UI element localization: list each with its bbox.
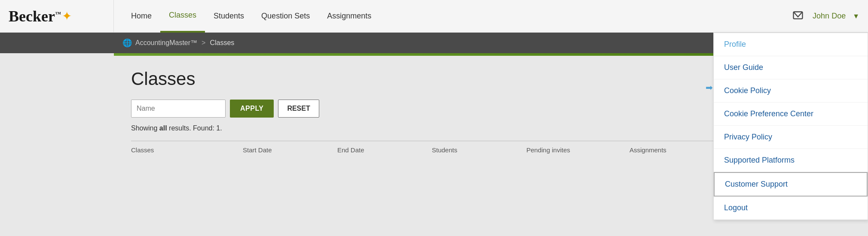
dropdown-item-profile[interactable]: Profile xyxy=(714,33,868,56)
nav-item-students[interactable]: Students xyxy=(205,0,253,33)
col-header-students: Students xyxy=(432,146,526,154)
reset-button[interactable]: RESET xyxy=(278,100,319,118)
globe-icon: 🌐 xyxy=(122,38,132,48)
header: Becker™ ✦ Home Classes Students Question… xyxy=(0,0,868,33)
dropdown-item-privacy-policy[interactable]: Privacy Policy xyxy=(714,126,868,149)
breadcrumb-separator: > xyxy=(202,39,205,47)
nav-item-question-sets[interactable]: Question Sets xyxy=(253,0,318,33)
user-name[interactable]: John Doe xyxy=(813,12,846,21)
logo-text: Becker™ xyxy=(9,7,61,25)
nav-item-home[interactable]: Home xyxy=(122,0,160,33)
dropdown-item-cookie-policy[interactable]: Cookie Policy xyxy=(714,79,868,103)
col-header-start: Start Date xyxy=(243,146,337,154)
results-prefix: Showing xyxy=(131,124,159,132)
nav-area: Home Classes Students Question Sets Assi… xyxy=(114,0,782,32)
breadcrumb-current: Classes xyxy=(210,39,234,47)
dropdown-item-cookie-preference[interactable]: Cookie Preference Center xyxy=(714,103,868,126)
col-header-pending: Pending invites xyxy=(526,146,630,154)
col-header-assignments: Assignments xyxy=(630,146,724,154)
col-header-classes: Classes xyxy=(131,146,243,154)
start-link-icon: ➡ xyxy=(706,82,713,93)
dropdown-item-supported-platforms[interactable]: Supported Platforms xyxy=(714,149,868,172)
results-suffix: results. Found: 1. xyxy=(167,124,222,132)
dropdown-item-customer-support[interactable]: Customer Support xyxy=(714,172,868,197)
dropdown-item-logout[interactable]: Logout xyxy=(714,197,868,220)
nav-item-classes[interactable]: Classes xyxy=(160,0,205,33)
logo-area: Becker™ ✦ xyxy=(0,0,114,32)
breadcrumb-org[interactable]: AccountingMaster™ xyxy=(135,39,197,47)
dropdown-menu: Profile User Guide Cookie Policy Cookie … xyxy=(713,33,868,220)
results-bold: all xyxy=(159,124,167,132)
logo-brand: Becker xyxy=(9,8,55,25)
user-dropdown-arrow[interactable]: ▼ xyxy=(853,12,859,20)
nav-item-assignments[interactable]: Assignments xyxy=(318,0,380,33)
logo-trademark: ™ xyxy=(55,11,61,17)
apply-button[interactable]: APPLY xyxy=(230,100,274,118)
col-header-end: End Date xyxy=(337,146,432,154)
name-input[interactable] xyxy=(131,100,226,118)
dropdown-item-user-guide[interactable]: User Guide xyxy=(714,56,868,79)
header-right: John Doe ▼ xyxy=(782,0,868,32)
notification-icon[interactable] xyxy=(790,9,806,24)
logo-star: ✦ xyxy=(62,9,72,23)
